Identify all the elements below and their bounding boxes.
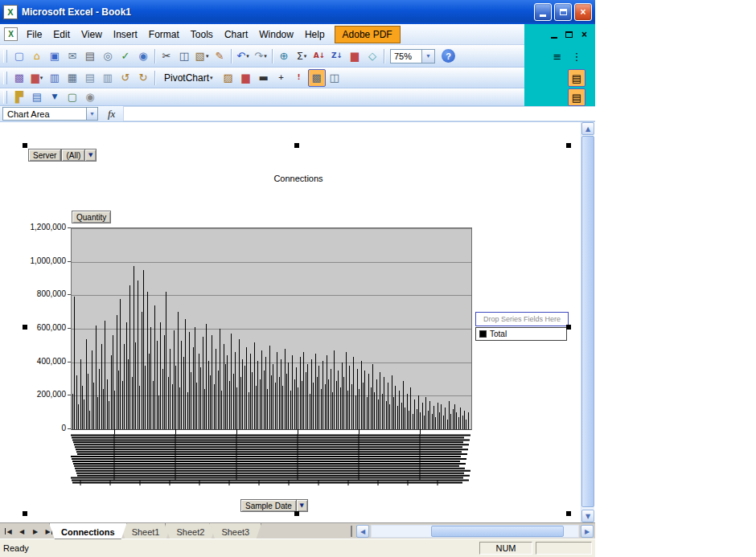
horizontal-scroll-track[interactable] xyxy=(371,525,579,538)
zoom-dropdown-icon[interactable]: ▼ xyxy=(421,50,434,63)
menu-help[interactable]: Help xyxy=(299,26,331,43)
worksheet-area[interactable]: Server (All) ▼ Connections Quantity Drop… xyxy=(0,122,581,522)
spelling-icon[interactable]: ✓ xyxy=(117,47,134,65)
save-icon[interactable]: ▣ xyxy=(46,47,64,65)
vertical-scrollbar[interactable]: ▲ ▼ xyxy=(581,122,594,522)
name-box-dropdown-icon[interactable]: ▼ xyxy=(86,107,98,121)
sheet-tab-sheet1[interactable]: Sheet1 xyxy=(120,523,172,539)
selection-handle[interactable] xyxy=(294,511,299,516)
scroll-up-icon[interactable]: ▲ xyxy=(581,122,594,135)
new-workbook-icon[interactable]: ▢ xyxy=(10,47,28,65)
formula-input[interactable] xyxy=(123,106,595,121)
drawing-icon[interactable]: ◇ xyxy=(364,47,381,65)
menu-adobe-pdf[interactable]: Adobe PDF xyxy=(335,26,401,43)
include-hidden-items-icon[interactable]: ▩ xyxy=(308,69,326,87)
plot-area[interactable] xyxy=(71,227,472,430)
drop-series-fields-zone[interactable]: Drop Series Fields Here xyxy=(475,312,569,326)
name-box[interactable]: Chart Area xyxy=(2,107,86,121)
redo-icon[interactable]: ↷▾ xyxy=(252,47,269,65)
horizontal-scroll-thumb[interactable] xyxy=(431,526,564,537)
menu-window[interactable]: Window xyxy=(253,26,299,43)
format-chart-area-icon[interactable]: ▩ xyxy=(10,69,28,87)
format-painter-icon[interactable]: ✎ xyxy=(211,47,228,65)
hyperlink-icon[interactable]: ⊕ xyxy=(275,47,293,65)
sheet-tab-connections[interactable]: Connections xyxy=(49,523,127,539)
scroll-left-icon[interactable]: ◀ xyxy=(356,525,369,538)
angle-counterclockwise-icon[interactable]: ↺ xyxy=(117,69,134,87)
undo-icon[interactable]: ↶▾ xyxy=(234,47,252,65)
chart-title[interactable]: Connections xyxy=(238,174,359,183)
sample-date-field-button[interactable]: Sample Date xyxy=(240,499,297,512)
server-filter-dropdown-icon[interactable]: ▼ xyxy=(85,149,97,162)
toolbar-grip[interactable] xyxy=(3,72,7,84)
selection-handle[interactable] xyxy=(566,325,571,330)
minimize-button[interactable] xyxy=(534,3,552,21)
hide-detail-icon[interactable]: ▬ xyxy=(255,69,273,87)
title-bar[interactable]: X Microsoft Excel - Book1 × xyxy=(0,0,595,24)
selection-handle[interactable] xyxy=(23,511,27,516)
paste-icon[interactable]: ▧▾ xyxy=(193,47,211,65)
close-button[interactable]: × xyxy=(574,3,592,21)
selection-handle[interactable] xyxy=(294,143,299,148)
cut-icon[interactable]: ✂ xyxy=(158,47,175,65)
workbook-restore-icon[interactable] xyxy=(563,29,575,40)
menu-format[interactable]: Format xyxy=(143,26,185,43)
autosum-icon[interactable]: Σ▾ xyxy=(293,47,310,65)
scroll-down-icon[interactable]: ▼ xyxy=(581,510,594,522)
by-column-icon[interactable]: ▥ xyxy=(99,69,117,87)
server-field-button[interactable]: Server xyxy=(28,149,61,162)
sheet-tab-sheet2[interactable]: Sheet2 xyxy=(165,523,217,539)
toolbar-grip[interactable] xyxy=(3,91,7,104)
autofilter-icon[interactable]: ▼ xyxy=(46,88,64,106)
pivotchart-menu-button[interactable]: PivotChart ▾ xyxy=(159,70,218,86)
show-detail-icon[interactable]: + xyxy=(273,69,290,87)
workbook-minimize-icon[interactable] xyxy=(548,29,560,40)
workbook-close-icon[interactable]: × xyxy=(578,29,590,40)
research-icon[interactable]: ◉ xyxy=(134,47,152,65)
menu-view[interactable]: View xyxy=(76,26,108,43)
chart-type-icon[interactable]: ▆▾ xyxy=(28,69,46,87)
menu-edit[interactable]: Edit xyxy=(47,26,76,43)
by-row-icon[interactable]: ▤ xyxy=(81,69,99,87)
open-icon[interactable]: ⌂ xyxy=(28,47,46,65)
selection-handle[interactable] xyxy=(566,511,571,516)
sort-ascending-icon[interactable]: A↓ xyxy=(310,47,328,65)
field-list-small-icon[interactable]: ▤ xyxy=(28,88,46,106)
field-dialog-icon[interactable]: ▤ xyxy=(568,88,585,106)
format-report-icon[interactable]: ▨ xyxy=(220,69,237,87)
sort-descending-icon[interactable]: Z↓ xyxy=(328,47,346,65)
quantity-field[interactable]: Quantity xyxy=(72,211,111,223)
selection-handle[interactable] xyxy=(23,143,27,148)
menu-insert[interactable]: Insert xyxy=(108,26,143,43)
refresh-data-icon[interactable]: ! xyxy=(290,69,308,87)
toolbar-options-icon[interactable]: ≡ xyxy=(549,47,566,65)
legend-icon[interactable]: ▥ xyxy=(46,69,64,87)
show-field-list-icon[interactable]: ▤ xyxy=(568,69,585,87)
vertical-scroll-track[interactable] xyxy=(581,135,594,510)
insert-function-button[interactable]: fx xyxy=(108,108,115,121)
data-table-icon[interactable]: ▦ xyxy=(64,69,81,87)
menu-file[interactable]: File xyxy=(21,26,47,43)
info-icon[interactable]: ◉ xyxy=(81,88,99,106)
field-settings-icon[interactable]: ◫ xyxy=(326,69,343,87)
server-page-field[interactable]: Server (All) ▼ xyxy=(28,149,97,162)
menu-chart[interactable]: Chart xyxy=(219,26,253,43)
help-icon[interactable]: ? xyxy=(442,49,455,63)
print-icon[interactable]: ▤ xyxy=(81,47,99,65)
first-sheet-icon[interactable]: ◀ xyxy=(2,525,14,538)
toolbar-grip[interactable] xyxy=(3,50,7,63)
zoom-combobox[interactable]: 75% ▼ xyxy=(390,49,435,63)
chart-legend[interactable]: Total xyxy=(475,327,567,341)
vertical-scroll-thumb[interactable] xyxy=(581,136,594,507)
menu-tools[interactable]: Tools xyxy=(185,26,219,43)
next-sheet-icon[interactable]: ▶ xyxy=(29,525,42,538)
selection-handle[interactable] xyxy=(566,143,571,148)
quantity-field-button[interactable]: Quantity xyxy=(72,211,111,223)
pivot-area-icon[interactable]: ▛ xyxy=(10,88,28,106)
worksheet-icon[interactable]: ▢ xyxy=(64,88,81,106)
restore-button[interactable] xyxy=(554,3,572,21)
scroll-right-icon[interactable]: ▶ xyxy=(581,525,594,538)
email-icon[interactable]: ✉ xyxy=(64,47,81,65)
copy-icon[interactable]: ◫ xyxy=(175,47,193,65)
angle-clockwise-icon[interactable]: ↻ xyxy=(134,69,152,87)
